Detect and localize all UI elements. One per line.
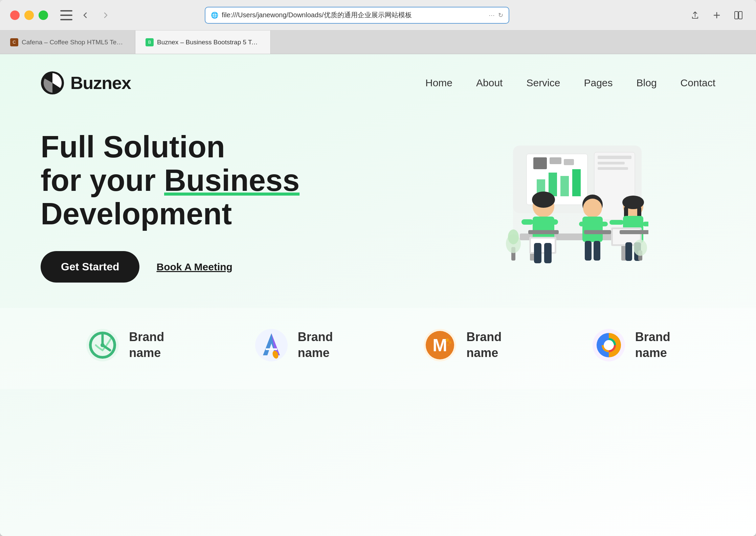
svg-rect-26 <box>521 219 533 225</box>
svg-rect-17 <box>533 157 547 169</box>
brand-item-1: Brand name <box>86 328 164 362</box>
nav-home[interactable]: Home <box>425 77 452 89</box>
svg-rect-37 <box>585 241 592 261</box>
share-button[interactable] <box>688 8 703 23</box>
nav-back-button[interactable] <box>78 8 93 23</box>
svg-rect-19 <box>564 159 574 165</box>
nav-forward-button[interactable] <box>98 8 113 23</box>
svg-rect-16 <box>572 169 581 196</box>
brand-item-3: M Brand name <box>423 328 502 362</box>
svg-rect-48 <box>625 242 632 261</box>
svg-rect-38 <box>594 241 600 261</box>
nav-links: Home About Service Pages Blog Contact <box>425 77 715 89</box>
svg-point-60 <box>101 343 105 347</box>
brand-name-1: Brand name <box>129 329 164 361</box>
svg-rect-9 <box>598 156 631 159</box>
svg-point-67 <box>449 341 451 344</box>
svg-rect-2 <box>60 19 72 20</box>
close-button[interactable] <box>10 10 20 20</box>
brands-section: Brand name Brand name <box>0 308 756 389</box>
svg-rect-15 <box>560 176 569 196</box>
logo-text: Buznex <box>70 73 131 93</box>
svg-point-24 <box>532 192 555 208</box>
brand-name-4: Brand name <box>635 329 670 361</box>
sidebar-toggle[interactable] <box>60 10 72 20</box>
brand-name-2: Brand name <box>298 329 333 361</box>
brand-logo-4 <box>592 328 626 362</box>
hero-title-line3: Development <box>41 197 378 231</box>
svg-rect-14 <box>549 173 557 196</box>
svg-point-66 <box>446 338 449 342</box>
svg-rect-52 <box>620 230 648 234</box>
svg-rect-34 <box>582 217 603 242</box>
hero-section: Full Solution for your Business Developm… <box>0 112 756 308</box>
svg-rect-0 <box>60 10 72 12</box>
lock-icon: 🌐 <box>211 12 218 19</box>
hero-title-line2: for your Business <box>41 164 378 197</box>
traffic-lights <box>10 10 48 20</box>
svg-point-55 <box>508 229 519 244</box>
svg-rect-35 <box>579 222 589 226</box>
tab-label-cafena: Cafena – Coffee Shop HTML5 Template <box>22 39 125 46</box>
hero-title-prefix: for your <box>41 163 164 197</box>
svg-rect-45 <box>643 222 648 226</box>
hero-title-highlight: Business <box>164 163 299 197</box>
hero-illustration <box>378 135 715 277</box>
svg-rect-11 <box>598 167 628 170</box>
tab-favicon-cafena: C <box>10 38 18 46</box>
address-bar-controls: ⋯ ↻ <box>489 12 503 19</box>
svg-rect-3 <box>735 12 738 19</box>
nav-pages[interactable]: Pages <box>584 77 613 89</box>
nav-blog[interactable]: Blog <box>637 77 657 89</box>
tab-cafena[interactable]: C Cafena – Coffee Shop HTML5 Template <box>0 30 135 54</box>
site-logo[interactable]: Buznex <box>41 71 131 95</box>
webpage-content: Buznex Home About Service Pages Blog Con… <box>0 54 756 536</box>
book-meeting-link[interactable]: Book A Meeting <box>156 261 232 273</box>
address-bar[interactable]: 🌐 file:///Users/janewong/Downloads/优质的通用… <box>205 7 509 24</box>
tab-favicon-buznex: B <box>146 38 154 46</box>
titlebar: 🌐 file:///Users/janewong/Downloads/优质的通用… <box>0 0 756 30</box>
tab-buznex[interactable]: B Buznex – Business Bootstrap 5 Template <box>135 30 271 54</box>
svg-rect-51 <box>584 230 611 234</box>
brand-logo-2 <box>254 328 288 362</box>
navbar: Buznex Home About Service Pages Blog Con… <box>0 54 756 112</box>
svg-rect-10 <box>598 162 625 164</box>
hero-text: Full Solution for your Business Developm… <box>41 130 378 283</box>
svg-point-68 <box>447 344 449 346</box>
maximize-button[interactable] <box>39 10 48 20</box>
new-tab-button[interactable] <box>709 8 724 23</box>
svg-rect-36 <box>598 222 608 226</box>
nav-about[interactable]: About <box>476 77 503 89</box>
tabbar: C Cafena – Coffee Shop HTML5 Template B … <box>0 30 756 54</box>
hero-title: Full Solution for your Business Developm… <box>41 130 378 231</box>
get-started-button[interactable]: Get Started <box>41 251 139 283</box>
svg-rect-1 <box>60 15 72 16</box>
svg-text:M: M <box>433 335 447 355</box>
svg-point-57 <box>633 240 647 256</box>
titlebar-right-controls <box>688 8 746 23</box>
split-view-button[interactable] <box>731 8 746 23</box>
url-text: file:///Users/janewong/Downloads/优质的通用企业… <box>222 10 485 20</box>
brand-logo-1 <box>86 328 119 362</box>
svg-rect-50 <box>528 230 559 234</box>
nav-contact[interactable]: Contact <box>681 77 715 89</box>
tab-label-buznex: Buznex – Business Bootstrap 5 Template <box>157 39 260 46</box>
svg-rect-44 <box>609 220 624 225</box>
svg-point-33 <box>583 199 602 218</box>
brand-name-3: Brand name <box>466 329 502 361</box>
browser-window: 🌐 file:///Users/janewong/Downloads/优质的通用… <box>0 0 756 536</box>
meeting-illustration <box>445 135 648 277</box>
svg-rect-31 <box>544 243 552 263</box>
hero-title-line1: Full Solution <box>41 130 378 164</box>
share-icon[interactable]: ⋯ <box>489 12 495 19</box>
brand-logo-3: M <box>423 328 457 362</box>
svg-rect-4 <box>739 12 742 19</box>
minimize-button[interactable] <box>24 10 34 20</box>
brand-item-4: Brand name <box>592 328 670 362</box>
refresh-icon[interactable]: ↻ <box>498 12 503 19</box>
svg-rect-27 <box>546 219 558 225</box>
svg-rect-30 <box>534 243 541 263</box>
brand-item-2: Brand name <box>254 328 333 362</box>
logo-icon <box>41 71 64 95</box>
nav-service[interactable]: Service <box>526 77 560 89</box>
